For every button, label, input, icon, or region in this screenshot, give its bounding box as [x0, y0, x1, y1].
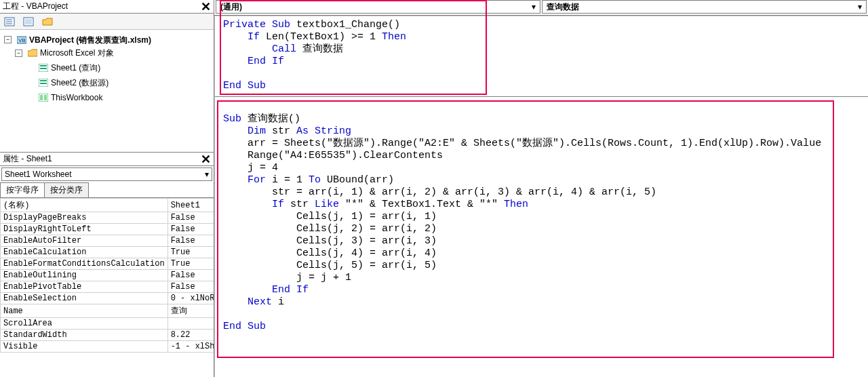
property-value[interactable]: Sheet1 [167, 199, 214, 212]
property-value[interactable]: 8.22 [167, 330, 214, 341]
code-line[interactable] [223, 68, 860, 80]
property-name: StandardWidth [1, 330, 168, 341]
property-row[interactable]: Name查询 [1, 304, 214, 318]
property-value[interactable]: True [167, 258, 214, 270]
project-toolbar [0, 14, 214, 30]
property-row[interactable]: (名称)Sheet1 [1, 199, 214, 212]
worksheet-icon [39, 94, 48, 102]
tree-root[interactable]: VBAProject (销售发票查询.xlsm) [29, 34, 151, 46]
svg-text:VB: VB [18, 37, 26, 43]
property-row[interactable]: Visible-1 - xlSheetVisible [1, 341, 214, 353]
svg-rect-13 [40, 83, 47, 84]
code-line[interactable]: j = 4 [223, 162, 860, 174]
project-panel-title: 工程 - VBAProject [3, 1, 68, 12]
svg-rect-12 [40, 80, 47, 81]
code-line[interactable]: If str Like "*" & TextBox1.Text & "*" Th… [223, 199, 860, 211]
chevron-down-icon: ▾ [205, 170, 209, 179]
svg-rect-9 [40, 65, 47, 66]
code-line[interactable]: Sub 查询数据() [223, 113, 860, 125]
code-line[interactable]: For i = 1 To UBound(arr) [223, 174, 860, 186]
property-name: EnablePivotTable [1, 281, 168, 293]
property-row[interactable]: DisplayPageBreaksFalse [1, 212, 214, 224]
procedure-separator [215, 96, 868, 97]
folder-icon [28, 49, 37, 57]
code-line[interactable]: End Sub [223, 321, 860, 333]
tree-item[interactable]: ThisWorkbook [51, 92, 102, 104]
property-name: EnableSelection [1, 293, 168, 304]
project-tree[interactable]: − VB VBAProject (销售发票查询.xlsm) − Microsof… [0, 30, 214, 152]
svg-rect-16 [44, 95, 47, 100]
property-name: DisplayRightToLeft [1, 224, 168, 235]
code-line[interactable]: End Sub [223, 80, 860, 92]
code-line[interactable]: Cells(j, 5) = arr(i, 5) [223, 260, 860, 272]
properties-panel-title: 属性 - Sheet1 [3, 153, 52, 165]
property-value[interactable]: True [167, 247, 214, 258]
tree-group[interactable]: Microsoft Excel 对象 [40, 47, 114, 59]
property-name: EnableOutlining [1, 270, 168, 281]
code-line[interactable]: arr = Sheets("数据源").Range("A2:E" & Sheet… [223, 138, 860, 150]
project-panel-header: 工程 - VBAProject ✕ [0, 0, 214, 14]
code-line[interactable]: End If [223, 56, 860, 68]
svg-rect-15 [40, 95, 43, 100]
property-value[interactable]: False [167, 224, 214, 235]
folder-toggle-icon[interactable] [41, 16, 54, 27]
code-line[interactable]: End If [223, 284, 860, 296]
code-editor[interactable]: Private Sub textbox1_Change() If Len(Tex… [214, 16, 868, 377]
code-line[interactable]: Next i [223, 296, 860, 309]
property-value[interactable]: 0 - xlNoRestrictions [167, 293, 214, 304]
property-value[interactable]: 查询 [167, 304, 214, 318]
procedure-dropdown[interactable]: 查询数据 ▾ [542, 0, 867, 14]
property-name: ScrollArea [1, 318, 168, 330]
properties-grid[interactable]: (名称)Sheet1DisplayPageBreaksFalseDisplayR… [0, 198, 214, 377]
tree-item[interactable]: Sheet2 (数据源) [51, 77, 108, 89]
property-row[interactable]: EnableFormatConditionsCalculationTrue [1, 258, 214, 270]
property-row[interactable]: EnableSelection0 - xlNoRestrictions [1, 293, 214, 304]
property-value[interactable]: False [167, 270, 214, 281]
properties-panel-header: 属性 - Sheet1 ✕ [0, 153, 214, 166]
object-selector[interactable]: Sheet1 Worksheet ▾ [1, 167, 212, 181]
code-line[interactable]: Cells(j, 2) = arr(i, 2) [223, 223, 860, 235]
tree-item[interactable]: Sheet1 (查询) [51, 62, 100, 74]
code-line[interactable]: Range("A4:E65535").ClearContents [223, 150, 860, 162]
property-name: Visible [1, 341, 168, 353]
view-object-icon[interactable] [22, 16, 35, 27]
chevron-down-icon: ▾ [532, 2, 536, 12]
tree-collapse-icon[interactable]: − [15, 49, 22, 57]
property-row[interactable]: EnableOutliningFalse [1, 270, 214, 281]
property-row[interactable]: EnablePivotTableFalse [1, 281, 214, 293]
property-name: EnableAutoFilter [1, 235, 168, 247]
view-code-icon[interactable] [3, 16, 16, 27]
property-value[interactable] [167, 318, 214, 330]
property-name: Name [1, 304, 168, 318]
chevron-down-icon: ▾ [858, 2, 862, 12]
property-name: DisplayPageBreaks [1, 212, 168, 224]
tree-collapse-icon[interactable]: − [4, 36, 12, 43]
property-row[interactable]: StandardWidth8.22 [1, 330, 214, 341]
code-line[interactable] [223, 309, 860, 321]
code-line[interactable]: Dim str As String [223, 125, 860, 138]
property-value[interactable]: False [167, 212, 214, 224]
object-selector-label: Sheet1 Worksheet [5, 170, 72, 179]
worksheet-icon [39, 64, 48, 72]
code-line[interactable]: If Len(TextBox1) >= 1 Then [223, 31, 860, 43]
code-line[interactable]: Private Sub textbox1_Change() [223, 19, 860, 31]
property-value[interactable]: False [167, 235, 214, 247]
property-row[interactable]: EnableAutoFilterFalse [1, 235, 214, 247]
property-row[interactable]: ScrollArea [1, 318, 214, 330]
code-line[interactable]: j = j + 1 [223, 272, 860, 284]
property-value[interactable]: -1 - xlSheetVisible [167, 341, 214, 353]
tab-alphabetic[interactable]: 按字母序 [0, 182, 45, 197]
object-dropdown[interactable]: (通用) ▾ [216, 0, 540, 14]
code-line[interactable]: str = arr(i, 1) & arr(i, 2) & arr(i, 3) … [223, 186, 860, 199]
property-row[interactable]: DisplayRightToLeftFalse [1, 224, 214, 235]
close-icon[interactable]: ✕ [201, 155, 211, 164]
property-name: (名称) [1, 199, 168, 212]
code-line[interactable]: Call 查询数据 [223, 43, 860, 56]
property-row[interactable]: EnableCalculationTrue [1, 247, 214, 258]
code-line[interactable]: Cells(j, 3) = arr(i, 3) [223, 235, 860, 247]
tab-categorized[interactable]: 按分类序 [44, 182, 89, 197]
code-line[interactable]: Cells(j, 1) = arr(i, 1) [223, 211, 860, 223]
code-line[interactable]: Cells(j, 4) = arr(i, 4) [223, 247, 860, 260]
close-icon[interactable]: ✕ [201, 2, 211, 12]
property-value[interactable]: False [167, 281, 214, 293]
